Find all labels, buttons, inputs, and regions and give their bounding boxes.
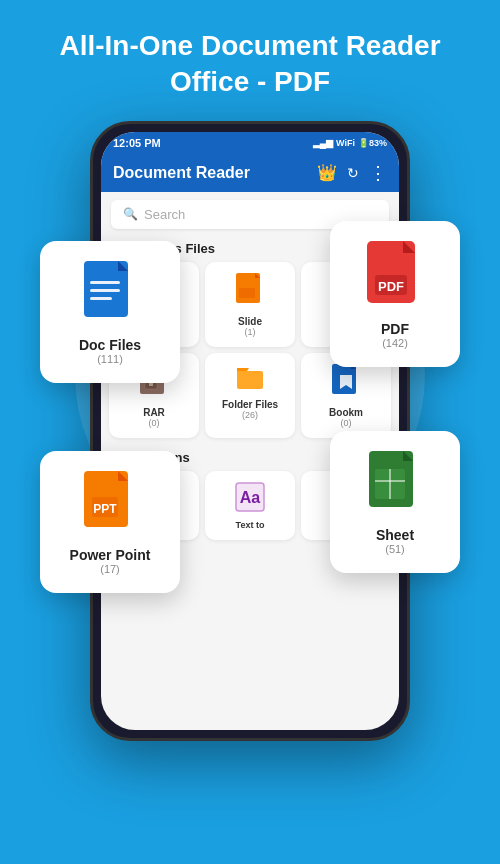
folder-icon xyxy=(235,363,265,391)
signal-icon: ▂▄▆ xyxy=(313,138,333,148)
slide-count: (1) xyxy=(211,327,289,337)
bookmark-label: Bookm xyxy=(307,407,385,418)
folder-item[interactable]: Folder Files (26) xyxy=(205,353,295,438)
app-bar-title: Document Reader xyxy=(113,164,250,182)
slide-label: Slide xyxy=(211,316,289,327)
search-icon: 🔍 xyxy=(123,207,138,221)
svg-rect-4 xyxy=(90,297,112,300)
svg-text:PDF: PDF xyxy=(378,279,404,294)
svg-text:PPT: PPT xyxy=(93,502,117,516)
svg-rect-3 xyxy=(90,289,120,292)
svg-rect-2 xyxy=(90,281,120,284)
phone-mockup: Doc Files (111) PDF PDF (142) PPT Power … xyxy=(90,121,410,741)
bookmark-icon xyxy=(331,363,361,399)
wifi-icon: WiFi xyxy=(336,138,355,148)
text-icon: Aa xyxy=(234,481,266,513)
float-doc-card: Doc Files (111) xyxy=(40,241,180,383)
float-sheet-label: Sheet xyxy=(352,527,438,543)
text-to-pdf[interactable]: Aa Text to xyxy=(205,471,295,540)
status-time: 12:05 PM xyxy=(113,137,161,149)
float-doc-label: Doc Files xyxy=(62,337,158,353)
float-ppt-label: Power Point xyxy=(62,547,158,563)
float-doc-count: (111) xyxy=(62,353,158,365)
app-bar-icons: 👑 ↻ ⋮ xyxy=(317,162,387,184)
text-to-label: Text to xyxy=(211,520,289,530)
rar-count: (0) xyxy=(115,418,193,428)
folder-label: Folder Files xyxy=(211,399,289,410)
svg-rect-25 xyxy=(239,288,255,298)
ppt-file-icon: PPT xyxy=(82,469,138,535)
slide-item[interactable]: Slide (1) xyxy=(205,262,295,347)
search-placeholder: Search xyxy=(144,207,185,222)
folder-count: (26) xyxy=(211,410,289,420)
float-sheet-card: Sheet (51) xyxy=(330,431,460,573)
status-bar: 12:05 PM ▂▄▆ WiFi 🔋83% xyxy=(101,132,399,154)
float-sheet-count: (51) xyxy=(352,543,438,555)
refresh-icon[interactable]: ↻ xyxy=(347,165,359,181)
app-bar: Document Reader 👑 ↻ ⋮ xyxy=(101,154,399,192)
float-pdf-card: PDF PDF (142) xyxy=(330,221,460,367)
sheet-file-icon-large xyxy=(367,449,423,515)
rar-label: RAR xyxy=(115,407,193,418)
float-pdf-label: PDF xyxy=(352,321,438,337)
slide-icon xyxy=(235,272,265,308)
doc-file-icon xyxy=(82,259,138,325)
svg-text:Aa: Aa xyxy=(240,489,261,506)
crown-icon[interactable]: 👑 xyxy=(317,163,337,182)
pdf-file-icon: PDF xyxy=(365,239,425,309)
float-pdf-count: (142) xyxy=(352,337,438,349)
float-ppt-count: (17) xyxy=(62,563,158,575)
battery-icon: 🔋83% xyxy=(358,138,387,148)
bookmark-count: (0) xyxy=(307,418,385,428)
status-icons: ▂▄▆ WiFi 🔋83% xyxy=(313,138,387,148)
more-icon[interactable]: ⋮ xyxy=(369,162,387,184)
float-ppt-card: PPT Power Point (17) xyxy=(40,451,180,593)
page-title: All-In-One Document Reader Office - PDF xyxy=(0,0,500,121)
